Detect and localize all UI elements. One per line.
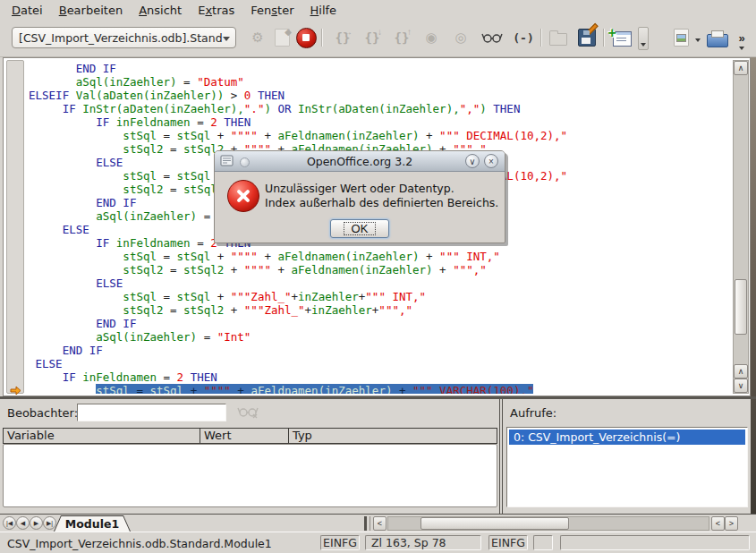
selected-code: stSql = stSql + """" + aFeldnamen(inZaeh… bbox=[96, 384, 533, 394]
status-edit-mode[interactable]: EINFG bbox=[488, 535, 528, 550]
remove-watch-button[interactable] bbox=[232, 402, 257, 423]
stop-button[interactable] bbox=[294, 26, 318, 49]
compile-icon: ⚙ bbox=[251, 30, 263, 46]
scroll-down-button[interactable]: ∨ bbox=[734, 379, 748, 393]
dialog-rollup-button[interactable]: ∨ bbox=[465, 154, 480, 168]
code-line[interactable]: stSql = stSql + """" + aFeldnamen(inZaeh… bbox=[29, 384, 733, 394]
library-selector-value: [CSV_Import_Verzeichnis.odb].Stand bbox=[19, 31, 223, 45]
breakpoint-list-icon: (-) bbox=[513, 31, 533, 45]
glasses-remove-icon bbox=[237, 404, 259, 419]
menu-bearbeiten[interactable]: Bearbeiten bbox=[51, 2, 131, 19]
watch-list[interactable] bbox=[3, 444, 497, 507]
open-button[interactable] bbox=[547, 26, 570, 49]
enable-watch-button[interactable] bbox=[479, 26, 505, 49]
watch-input[interactable] bbox=[77, 404, 226, 421]
call-stack-panel: Aufrufe: 0: CSV_Import_Verzeichnis(=) bbox=[503, 399, 751, 514]
tab-module1[interactable]: Module1 bbox=[54, 515, 131, 532]
scroll-left-button[interactable]: < bbox=[373, 516, 386, 531]
menu-ansicht[interactable]: Ansicht bbox=[131, 2, 190, 19]
manage-breakpoints-button[interactable]: ◎ bbox=[449, 26, 472, 49]
menu-datei[interactable]: Datei bbox=[4, 2, 51, 19]
prev-tab-button[interactable]: ◀ bbox=[16, 516, 30, 530]
code-line[interactable]: stSql = stSql + """" + aFeldnamen(inZaeh… bbox=[29, 250, 733, 263]
horizontal-scrollbar[interactable] bbox=[387, 516, 709, 531]
run-diamond-icon: ◆ bbox=[285, 27, 292, 37]
menu-extras[interactable]: Extras bbox=[190, 2, 242, 19]
last-tab-button[interactable]: ▶| bbox=[43, 516, 56, 530]
procedure-step-button[interactable]: {}→ bbox=[331, 26, 354, 49]
code-line[interactable]: stSql = stSql + """Zahl_"+inZaehler+""" … bbox=[29, 290, 733, 303]
breakpoint-list-button[interactable]: (-) bbox=[510, 26, 537, 49]
code-line[interactable]: stSql2 = stSql2 + """" + aFeldnamen(inZa… bbox=[29, 263, 733, 276]
code-line[interactable]: END IF bbox=[29, 317, 733, 330]
code-line[interactable]: IF InStr(aDaten(inZaehler),".") OR InStr… bbox=[29, 102, 733, 115]
tabbar-splitter[interactable] bbox=[364, 516, 370, 531]
status-empty-field bbox=[533, 535, 553, 550]
status-bar: CSV_Import_Verzeichnis.odb.Standard.Modu… bbox=[0, 532, 756, 553]
code-line[interactable]: ELSE bbox=[29, 276, 733, 290]
toolbar-dropdown-button[interactable] bbox=[638, 27, 649, 50]
watch-panel: Beobachter: Variable Wert Typ bbox=[0, 399, 499, 514]
code-line[interactable]: aSql(inZaehler) = "Datum" bbox=[29, 75, 733, 89]
next-tab-button[interactable]: ▶ bbox=[30, 516, 43, 530]
call-stack-list[interactable]: 0: CSV_Import_Verzeichnis(=) bbox=[506, 427, 748, 507]
run-button[interactable]: ◆ bbox=[270, 26, 293, 49]
dialog-title-bar[interactable]: OpenOffice.org 3.2 ∨ × bbox=[215, 151, 505, 172]
chevron-down-icon bbox=[223, 37, 230, 41]
print-icon bbox=[707, 34, 728, 47]
code-line[interactable]: ELSEIF Val(aDaten(inZaehler)) > 0 THEN bbox=[29, 89, 733, 102]
status-cursor-position[interactable]: Zl 163, Sp 78 bbox=[365, 535, 481, 550]
dialog-title: OpenOffice.org 3.2 bbox=[215, 155, 505, 168]
code-line[interactable]: ELSE bbox=[29, 357, 733, 370]
column-header-variable[interactable]: Variable bbox=[4, 429, 200, 443]
dialog-message-line1: Unzulässiger Wert oder Datentyp. bbox=[265, 182, 454, 195]
step-out-button[interactable]: {}↑ bbox=[390, 26, 413, 49]
menu-bar: DateiBearbeitenAnsichtExtrasFensterHilfe bbox=[0, 0, 756, 20]
code-line[interactable]: IF inFeldnamen = 2 THEN bbox=[29, 370, 733, 384]
chevron-down-icon bbox=[737, 42, 746, 53]
error-icon bbox=[227, 180, 259, 212]
menu-fenster[interactable]: Fenster bbox=[242, 2, 302, 19]
dialog-message-line2: Index außerhalb des definierten Bereichs… bbox=[265, 196, 498, 209]
print-button[interactable] bbox=[705, 26, 730, 49]
code-line[interactable]: IF inFeldnamen = 2 THEN bbox=[29, 115, 733, 129]
module-tab-bar: |◀ ◀ ▶ ▶| Module1 < < > bbox=[0, 514, 756, 532]
dialog-close-button[interactable]: × bbox=[484, 154, 498, 168]
library-selector[interactable]: [CSV_Import_Verzeichnis.odb].Stand bbox=[12, 27, 236, 48]
new-document-dropdown-icon[interactable] bbox=[693, 34, 702, 45]
breakpoint-icon: ◉ bbox=[425, 30, 437, 46]
new-document-button[interactable] bbox=[669, 26, 692, 49]
single-step-button[interactable]: {}↓ bbox=[361, 26, 384, 49]
vertical-scrollbar[interactable]: ∧ ∧ ∨ bbox=[733, 60, 749, 394]
call-stack-item[interactable]: 0: CSV_Import_Verzeichnis(=) bbox=[509, 430, 745, 445]
code-line[interactable]: END IF bbox=[29, 344, 733, 357]
toolbar-separator bbox=[603, 29, 604, 47]
status-insert-mode[interactable]: EINFG bbox=[320, 535, 360, 550]
code-line[interactable]: stSql = stSql + """" + aFeldnamen(inZaeh… bbox=[29, 129, 733, 142]
save-button[interactable] bbox=[575, 26, 599, 49]
scroll-up-button-bottom[interactable]: ∧ bbox=[734, 364, 748, 379]
code-line[interactable]: aSql(inZaehler) = "Int" bbox=[29, 330, 733, 344]
scrollbar-thumb[interactable] bbox=[735, 279, 747, 335]
code-line[interactable]: stSql2 = stSql2 + """Zahl_"+inZaehler+""… bbox=[29, 303, 733, 317]
scroll-right-button[interactable]: > bbox=[725, 516, 738, 531]
code-line[interactable]: END IF bbox=[29, 62, 733, 75]
scroll-left-button-right[interactable]: < bbox=[711, 516, 725, 531]
new-module-button[interactable]: + bbox=[609, 26, 634, 49]
toolbar-overflow-button[interactable]: » bbox=[732, 22, 752, 53]
scrollbar-thumb[interactable] bbox=[420, 517, 569, 530]
column-header-typ[interactable]: Typ bbox=[289, 429, 497, 443]
breakpoint-gutter[interactable] bbox=[6, 60, 24, 394]
scroll-up-button[interactable]: ∧ bbox=[734, 61, 748, 75]
watch-table-header: Variable Wert Typ bbox=[3, 428, 497, 444]
breakpoint-button[interactable]: ◉ bbox=[420, 26, 443, 49]
macro-toolbar: [CSV_Import_Verzeichnis.odb].Stand ⚙ ◆ {… bbox=[0, 20, 756, 57]
compile-button[interactable]: ⚙ bbox=[246, 26, 269, 49]
ok-button[interactable]: OK bbox=[330, 219, 389, 238]
execution-arrow-icon bbox=[10, 386, 21, 396]
menu-hilfe[interactable]: Hilfe bbox=[302, 2, 345, 19]
first-tab-button[interactable]: |◀ bbox=[3, 516, 16, 530]
open-folder-icon bbox=[549, 33, 567, 46]
glasses-icon bbox=[481, 31, 503, 44]
column-header-wert[interactable]: Wert bbox=[200, 429, 289, 443]
